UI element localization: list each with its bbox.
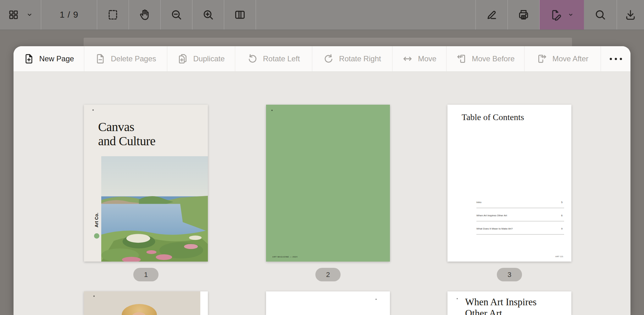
toc-entry: When Art Inspires Other Art 6 [476, 214, 564, 227]
cover-painting [101, 156, 208, 262]
move-after-icon [537, 53, 547, 64]
move-after-button[interactable]: Move After [525, 46, 601, 71]
duplicate-label: Duplicate [193, 54, 225, 63]
hand-tool-button[interactable] [129, 0, 160, 30]
delete-pages-label: Delete Pages [111, 54, 156, 63]
download-button[interactable] [617, 0, 644, 30]
article-title: When Art Inspires Other Art [465, 296, 536, 315]
thumbnail-view-button[interactable] [0, 0, 41, 30]
zoom-out-icon [170, 9, 182, 21]
zoom-out-button[interactable] [161, 0, 192, 30]
chevron-down-icon [568, 12, 574, 18]
toc-title: Table of Contents [462, 112, 524, 122]
duplicate-button[interactable]: Duplicate [167, 46, 235, 71]
annotate-button[interactable] [476, 0, 508, 30]
page-marker-dot [92, 109, 94, 111]
rotate-left-icon [247, 53, 258, 64]
organize-pages-panel: New Page Delete Pages Duplicate [14, 46, 630, 315]
page-marker-dot [375, 299, 377, 300]
page-thumbnail-2[interactable]: ART MAGAZINE — 2024 [266, 105, 390, 262]
page-number-badge: 1 [133, 268, 158, 281]
page-thumbnail-3[interactable]: Table of Contents Intro 5 When Art Inspi… [447, 105, 571, 262]
pan-hand-icon [139, 9, 151, 21]
toc-page-footer: ART CO. [555, 256, 564, 257]
page-marker-dot [271, 110, 273, 111]
marquee-select-button[interactable] [97, 0, 129, 30]
page-marker-dot [457, 298, 458, 299]
zoom-in-icon [202, 9, 214, 21]
search-icon [594, 9, 606, 21]
two-page-view-button[interactable] [224, 0, 256, 30]
page-thumbnail-1[interactable]: Canvas and Culture [84, 105, 208, 262]
toolbar-spacer [256, 0, 475, 30]
page-thumbnail-6[interactable]: When Art Inspires Other Art [447, 291, 571, 315]
rotate-left-button[interactable]: Rotate Left [235, 46, 312, 71]
edit-pages-button-active[interactable] [540, 0, 584, 30]
new-page-label: New Page [39, 54, 74, 63]
cover-brand: Art Co. [91, 212, 102, 253]
move-icon [402, 53, 413, 64]
cover-title: Canvas and Culture [98, 120, 155, 148]
move-before-button[interactable]: Move Before [447, 46, 524, 71]
rotate-right-label: Rotate Right [339, 54, 381, 63]
duplicate-icon [177, 53, 188, 64]
printer-icon [518, 9, 530, 21]
move-before-label: Move Before [472, 54, 514, 63]
marquee-select-icon [107, 9, 119, 21]
page-marker-dot [93, 296, 95, 297]
new-page-button[interactable]: New Page [14, 46, 84, 71]
rotate-right-icon [323, 53, 334, 64]
pen-annotate-icon [486, 9, 498, 21]
more-options-button[interactable] [601, 46, 630, 71]
chevron-down-icon [26, 11, 33, 18]
move-after-label: Move After [552, 54, 589, 63]
search-button[interactable] [584, 0, 617, 30]
brand-dot-icon [94, 233, 99, 239]
delete-pages-button[interactable]: Delete Pages [84, 46, 167, 71]
page-thumbnail-5[interactable] [266, 291, 390, 315]
more-options-icon [610, 58, 612, 60]
move-button[interactable]: Move [392, 46, 446, 71]
move-before-icon [456, 53, 467, 64]
two-page-spread-icon [234, 9, 246, 21]
rotate-right-button[interactable]: Rotate Right [312, 46, 392, 71]
top-toolbar: 1 / 9 [0, 0, 644, 30]
delete-pages-icon [95, 53, 106, 64]
download-icon [625, 9, 636, 21]
page-number-badge: 3 [497, 268, 522, 281]
toc-list: Intro 5 When Art Inspires Other Art 6 Wh… [476, 201, 564, 240]
new-page-icon [24, 53, 34, 64]
page-thumbnail-4[interactable] [84, 291, 208, 315]
page-indicator: 1 / 9 [41, 0, 97, 30]
move-label: Move [418, 54, 436, 63]
green-page-footer: ART MAGAZINE — 2024 [272, 256, 297, 258]
rotate-left-label: Rotate Left [263, 54, 300, 63]
portrait-photo [84, 291, 200, 315]
toc-entry: Intro 5 [476, 201, 564, 214]
thumbnail-grid-icon [8, 9, 19, 20]
print-button[interactable] [508, 0, 539, 30]
page-number-badge: 2 [315, 268, 341, 281]
zoom-in-button[interactable] [192, 0, 224, 30]
organize-toolbar: New Page Delete Pages Duplicate [14, 46, 630, 72]
brand-name: Art Co. [94, 213, 99, 228]
document-edit-icon [550, 9, 562, 21]
toc-entry: What Does It Mean to Make Art? 9 [476, 227, 564, 240]
